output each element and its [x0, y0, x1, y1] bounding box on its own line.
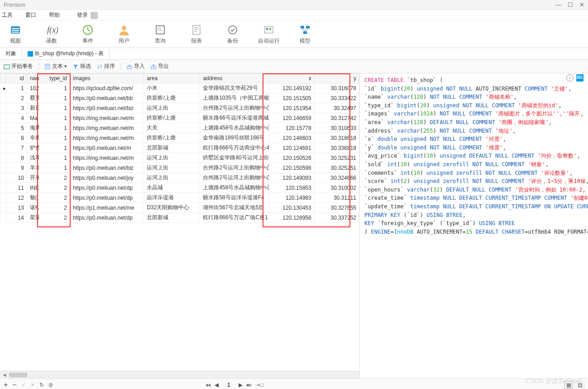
cell[interactable]: 30.310002	[314, 183, 359, 193]
cell[interactable]: 3	[6, 103, 27, 113]
table-row[interactable]: ▸11021https://qcloud.dpfile.com/小米金华路锦昌文…	[0, 83, 359, 93]
cell[interactable]: https://img.meituan.net/m	[70, 113, 144, 123]
delete-row-button[interactable]: −	[12, 381, 16, 389]
prev-page-button[interactable]: ◀	[215, 382, 219, 388]
cell[interactable]: https://img.meituan.net/m	[70, 123, 144, 133]
cell[interactable]: 30.31211	[314, 193, 359, 203]
col-x[interactable]: x	[269, 74, 314, 83]
col-name[interactable]: nan	[27, 74, 39, 83]
cell[interactable]: 120.150598	[269, 163, 314, 173]
cell[interactable]: 1	[39, 123, 70, 133]
cell[interactable]: 1	[39, 93, 70, 103]
confirm-button[interactable]: ✓	[21, 382, 26, 388]
cell[interactable]: 拱宸桥/上塘	[144, 133, 200, 143]
cell[interactable]	[0, 193, 6, 203]
cell[interactable]: 新日	[27, 103, 39, 113]
table-row[interactable]: 9羊老1https://p0.meituan.net/biz运河上街台州路2号运…	[0, 163, 359, 173]
menu-help[interactable]: 帮助	[49, 11, 60, 19]
toolbar-user-button[interactable]: 用户	[113, 24, 135, 45]
cell[interactable]: 1	[39, 103, 70, 113]
tab-objects[interactable]: 对象	[0, 48, 22, 59]
cell[interactable]: 湖州街567号北城天地5层	[200, 203, 269, 213]
cell[interactable]: 9	[6, 163, 27, 173]
cell[interactable]: 1	[39, 133, 70, 143]
cell[interactable]: 30.325251	[314, 163, 359, 173]
cell[interactable]	[0, 93, 6, 103]
cell[interactable]: https://p0.meituan.net/joy	[70, 173, 144, 183]
cell[interactable]: 120.151505	[269, 93, 314, 103]
cell[interactable]: 上塘路1035号（中国工商银	[200, 93, 269, 103]
cell[interactable]: 台州路2号运河上街购物中心	[200, 103, 269, 113]
cancel-button[interactable]: ✕	[30, 382, 35, 388]
cell[interactable]: 大关	[144, 123, 200, 133]
cell[interactable]: 6	[6, 133, 27, 143]
first-page-button[interactable]: ⏮	[206, 382, 211, 388]
cell[interactable]: 30.337252	[314, 213, 359, 223]
import-button[interactable]: 导入	[126, 62, 145, 70]
cell[interactable]: 30.312742	[314, 113, 359, 123]
menu-tools[interactable]: 工具	[2, 11, 13, 19]
cell[interactable]	[0, 163, 6, 173]
stop-button[interactable]: ⊘	[48, 382, 53, 388]
cell[interactable]: 上塘路458号水晶城购物中心	[200, 183, 269, 193]
cell[interactable]: 102	[27, 83, 39, 93]
cell[interactable]: 2	[39, 173, 70, 183]
cell[interactable]: https://p0.meituan.net/dp	[70, 213, 144, 223]
add-row-button[interactable]: +	[4, 381, 8, 389]
cell[interactable]	[0, 123, 6, 133]
col-y[interactable]: y	[314, 74, 359, 83]
cell[interactable]: 13	[6, 203, 27, 213]
cell[interactable]: 台州路2号运河上街购物中心	[200, 173, 269, 183]
cell[interactable]: 丽水路66号远洋乐堤港商城	[200, 113, 269, 123]
data-table[interactable]: idnantype_idimagesareaaddressxy ▸11021ht…	[0, 73, 359, 223]
cell[interactable]: 丽水路58号远洋乐堤港F4	[200, 193, 269, 203]
col-type_id[interactable]: type_id	[39, 74, 70, 83]
cell[interactable]: 水晶城	[144, 183, 200, 193]
cell[interactable]: 30.32497	[314, 103, 359, 113]
cell[interactable]	[0, 183, 6, 193]
cell[interactable]: 拱宸桥/上塘	[144, 93, 200, 103]
cell[interactable]: 2	[6, 93, 27, 103]
cell[interactable]: 拱墅区金华路80号运河上街	[200, 153, 269, 163]
cell[interactable]: 12	[6, 193, 27, 203]
login-link[interactable]: 登录	[77, 11, 88, 19]
cell[interactable]	[0, 133, 6, 143]
cell[interactable]: 北部新城	[144, 143, 200, 153]
cell[interactable]: 120.149093	[269, 173, 314, 183]
cell[interactable]: 1	[39, 113, 70, 123]
cell[interactable]: 1	[39, 153, 70, 163]
cell[interactable]: 30.336819	[314, 143, 359, 153]
table-row[interactable]: 5海腾1https://img.meituan.net/m大关上塘路458号水晶…	[0, 123, 359, 133]
toolbar-query-button[interactable]: 查询	[149, 24, 171, 45]
cell[interactable]: ▸	[0, 83, 6, 93]
cell[interactable]: 8	[6, 153, 27, 163]
cell[interactable]: 运河上街	[144, 173, 200, 183]
col-rowmark[interactable]	[0, 74, 6, 83]
cell[interactable]: 星聚	[27, 213, 39, 223]
cell[interactable]	[0, 143, 6, 153]
table-row[interactable]: 8浅草1https://img.meituan.net/m运河上街拱墅区金华路8…	[0, 153, 359, 163]
refresh-button[interactable]: ↻	[39, 382, 44, 388]
cell[interactable]: 120.146659	[269, 113, 314, 123]
table-row[interactable]: 7炉鱼1https://p0.meituan.net/m北部新城杭行路666号万…	[0, 143, 359, 153]
sort-button[interactable]: 排序	[96, 62, 115, 70]
cell[interactable]	[0, 213, 6, 223]
cell[interactable]: 1	[39, 83, 70, 93]
cell[interactable]: 北部新城	[144, 213, 200, 223]
cell[interactable]: 30.310633	[314, 123, 359, 133]
cell[interactable]: 120.14983	[269, 193, 314, 203]
page-input[interactable]	[222, 381, 235, 388]
begin-transaction-button[interactable]: 开始事务	[4, 62, 33, 70]
cell[interactable]: 羊老	[27, 163, 39, 173]
cell[interactable]: 金华南路189号丝联166号	[200, 133, 269, 143]
toolbar-model-button[interactable]: 模型	[294, 24, 316, 45]
export-button[interactable]: 导出	[150, 62, 169, 70]
cell[interactable]: https://p0.meituan.net/dp	[70, 193, 144, 203]
cell[interactable]: 拱宸桥/上塘	[144, 113, 200, 123]
toolbar-view-button[interactable]: 视图	[5, 24, 26, 45]
menu-window[interactable]: 窗口	[25, 11, 36, 19]
cell[interactable]: 5	[6, 123, 27, 133]
next-page-button[interactable]: ▶	[239, 382, 243, 388]
cell[interactable]: 远洋乐堤港	[144, 193, 200, 203]
info-icon[interactable]: i	[566, 74, 574, 82]
